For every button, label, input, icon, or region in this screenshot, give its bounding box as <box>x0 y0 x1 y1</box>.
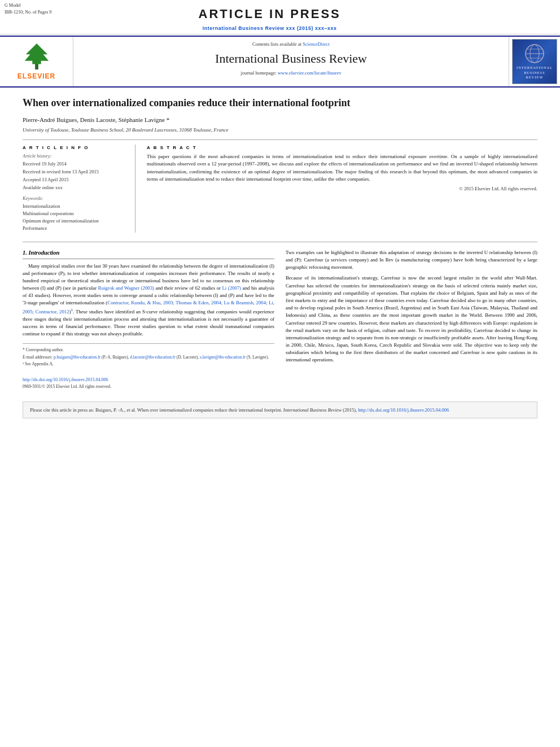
citation-box: Please cite this article in press as: Bu… <box>23 401 537 419</box>
body-columns: 1. Introduction Many empirical studies o… <box>23 249 537 390</box>
keyword-1: Internationalization <box>23 203 128 210</box>
right-body-column: Two examples can be highlighted to illus… <box>286 249 537 390</box>
available-online: Available online xxx <box>23 185 128 191</box>
email-buigues[interactable]: p.buigues@tbs-education.fr <box>54 355 100 360</box>
accepted-date: Accepted 13 April 2015 <box>23 177 128 184</box>
section-divider <box>23 242 537 242</box>
left-body-column: 1. Introduction Many empirical studies o… <box>23 249 274 390</box>
elsevier-logo: ELSEVIER <box>0 37 73 86</box>
abstract-text: This paper questions if the most advance… <box>147 153 537 184</box>
received-date: Received 19 July 2014 <box>23 161 128 168</box>
abstract-column: A B S T R A C T This paper questions if … <box>147 145 537 233</box>
model-label: G Model IBR-1210; No. of Pages 9 <box>5 2 51 16</box>
sciencedirect-link: Contents lists available at ScienceDirec… <box>85 41 497 48</box>
sciencedirect-anchor[interactable]: ScienceDirect <box>303 41 330 47</box>
ibr-logo: INTERNATIONALBUSINESSREVIEW <box>509 37 560 86</box>
revised-date: Received in revised form 13 April 2015 <box>23 169 128 176</box>
article-info-label: A R T I C L E I N F O <box>23 145 128 151</box>
keywords-label: Keywords: <box>23 195 128 202</box>
journal-info: Contents lists available at ScienceDirec… <box>73 37 509 86</box>
journal-homepage: journal homepage: www.elsevier.com/locat… <box>85 70 497 77</box>
abstract-label: A B S T R A C T <box>147 145 537 151</box>
keyword-4: Performance <box>23 225 128 232</box>
elsevier-text: ELSEVIER <box>18 72 55 81</box>
footnote-1: ¹ See Appendix A. <box>23 361 274 368</box>
footnote-emails: E-mail addresses: p.buigues@tbs-educatio… <box>23 355 274 361</box>
journal-name: International Business Review <box>85 50 497 68</box>
ibr-globe-icon <box>524 43 545 64</box>
history-label: Article history: <box>23 153 128 160</box>
article-in-press-banner: ARTICLE IN PRESS International Business … <box>51 2 488 32</box>
li-link[interactable]: Li (2007) <box>222 285 242 291</box>
footnotes-area: * Corresponding author. E-mail addresses… <box>23 343 274 368</box>
right-paragraph-2: Because of its internationalization's st… <box>286 274 537 364</box>
top-banner: G Model IBR-1210; No. of Pages 9 ARTICLE… <box>0 0 560 34</box>
intro-paragraph-1: Many empirical studies over the last 30 … <box>23 263 274 338</box>
right-paragraph-1: Two examples can be highlighted to illus… <box>286 249 537 272</box>
main-content: When over internationalized companies re… <box>0 88 560 395</box>
citation-doi-link[interactable]: http://dx.doi.org/10.1016/j.ibusrev.2015… <box>358 407 449 413</box>
rights-text: 0969-5931/© 2015 Elsevier Ltd. All right… <box>23 384 274 390</box>
ibr-logo-box: INTERNATIONALBUSINESSREVIEW <box>512 39 557 84</box>
affiliation: University of Toulouse, Toulouse Busines… <box>23 126 537 134</box>
keyword-3: Optimum degree of internationalization <box>23 218 128 225</box>
footnote-corresponding: * Corresponding author. <box>23 347 274 353</box>
article-title: When over internationalized companies re… <box>23 97 537 110</box>
doi-footer: http://dx.doi.org/10.1016/j.ibusrev.2015… <box>23 373 274 390</box>
article-info-column: A R T I C L E I N F O Article history: R… <box>23 145 135 233</box>
email-lavigne[interactable]: s.lavigne@tbs-education.fr <box>200 355 246 360</box>
info-abstract-row: A R T I C L E I N F O Article history: R… <box>23 139 537 233</box>
keyword-2: Multinational corporations <box>23 211 128 217</box>
authors: Pierre-André Buigues, Denis Lacoste, Sté… <box>23 116 537 124</box>
section-1-heading: 1. Introduction <box>23 249 274 259</box>
ruigrok-link[interactable]: Ruigrok and Wagner (2003) <box>98 285 154 291</box>
homepage-url[interactable]: www.elsevier.com/locate/ibusrev <box>278 70 342 76</box>
email-lacoste[interactable]: d.lacoste@tbs-education.fr <box>130 355 176 360</box>
doi-link[interactable]: http://dx.doi.org/10.1016/j.ibusrev.2015… <box>23 377 274 383</box>
svg-marker-1 <box>24 43 48 64</box>
contractor-link[interactable]: Contractor, Kundu, & Hsu, 2003; Thomas &… <box>23 300 274 314</box>
elsevier-tree-icon <box>20 42 54 71</box>
journal-header: ELSEVIER Contents lists available at Sci… <box>0 36 560 88</box>
abstract-copyright: © 2015 Elsevier Ltd. All rights reserved… <box>147 186 537 193</box>
